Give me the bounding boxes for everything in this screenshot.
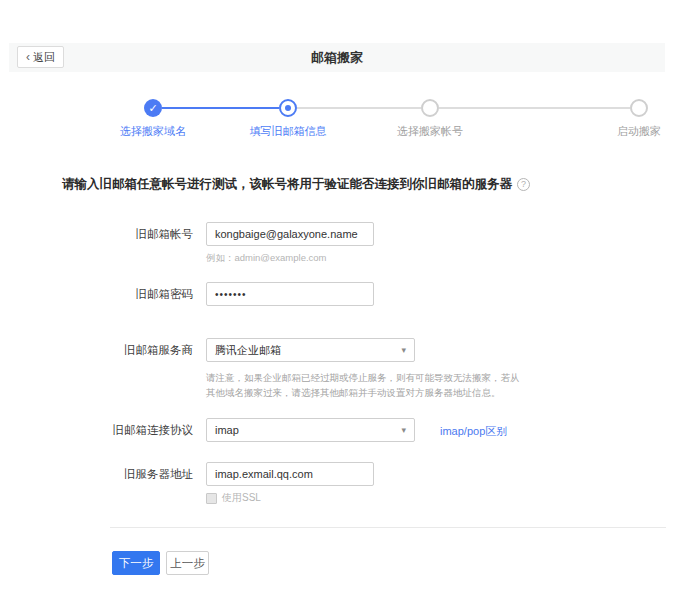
step-4-circle-pending <box>630 99 648 117</box>
old-provider-label: 旧邮箱服务商 <box>35 338 193 362</box>
page-title: 邮箱搬家 <box>9 49 665 67</box>
previous-step-button[interactable]: 上一步 <box>166 551 209 575</box>
ssl-checkbox[interactable] <box>206 493 217 504</box>
step-connector-1 <box>162 107 279 109</box>
old-password-input[interactable] <box>206 282 374 306</box>
question-circle-icon[interactable]: ? <box>517 178 530 191</box>
step-label-start-move: 启动搬家 <box>617 124 661 139</box>
step-2-circle-active <box>279 99 297 117</box>
step-connector-3 <box>439 107 630 109</box>
old-protocol-select[interactable]: imap ▾ <box>206 418 415 442</box>
step-1-circle-done: ✓ <box>144 99 162 117</box>
old-protocol-value: imap <box>215 424 239 436</box>
step-label-choose-domain: 选择搬家域名 <box>120 124 186 139</box>
provider-warning-line-2: 其他域名搬家过来，请选择其他邮箱并手动设置对方服务器地址信息。 <box>206 385 520 400</box>
old-account-label: 旧邮箱帐号 <box>35 222 193 246</box>
old-server-label: 旧服务器地址 <box>35 462 193 486</box>
old-provider-select[interactable]: 腾讯企业邮箱 ▾ <box>206 338 415 362</box>
old-account-example-helper: 例如：admin@example.com <box>206 252 327 265</box>
instruction-text-row: 请输入旧邮箱任意帐号进行测试，该帐号将用于验证能否连接到你旧邮箱的服务器 ? <box>62 176 530 193</box>
next-step-button[interactable]: 下一步 <box>112 551 160 575</box>
footer-divider <box>110 527 666 528</box>
ssl-option-row: 使用SSL <box>206 491 261 505</box>
check-icon: ✓ <box>148 102 157 114</box>
ssl-checkbox-label: 使用SSL <box>222 491 261 505</box>
old-password-label: 旧邮箱密码 <box>35 282 193 306</box>
chevron-down-icon: ▾ <box>401 339 406 361</box>
step-label-choose-account: 选择搬家帐号 <box>397 124 463 139</box>
old-server-input[interactable] <box>206 462 374 486</box>
imap-pop-difference-link[interactable]: imap/pop区别 <box>440 424 507 439</box>
step-connector-2 <box>297 107 421 109</box>
chevron-down-icon: ▾ <box>401 419 406 441</box>
step-3-circle-pending <box>421 99 439 117</box>
provider-warning-line-1: 请注意，如果企业邮箱已经过期或停止服务，则有可能导致无法搬家，若从 <box>206 370 520 385</box>
old-protocol-label: 旧邮箱连接协议 <box>35 418 193 442</box>
instruction-text: 请输入旧邮箱任意帐号进行测试，该帐号将用于验证能否连接到你旧邮箱的服务器 <box>62 176 512 193</box>
provider-warning-helper: 请注意，如果企业邮箱已经过期或停止服务，则有可能导致无法搬家，若从 其他域名搬家… <box>206 370 520 400</box>
mail-migration-page: ‹ 返回 邮箱搬家 ✓ 选择搬家域名 填写旧邮箱信息 选择搬家帐号 启动搬家 请… <box>0 0 674 592</box>
old-account-input[interactable] <box>206 222 374 246</box>
old-provider-value: 腾讯企业邮箱 <box>215 344 281 356</box>
step-label-old-mail-info: 填写旧邮箱信息 <box>250 124 327 139</box>
